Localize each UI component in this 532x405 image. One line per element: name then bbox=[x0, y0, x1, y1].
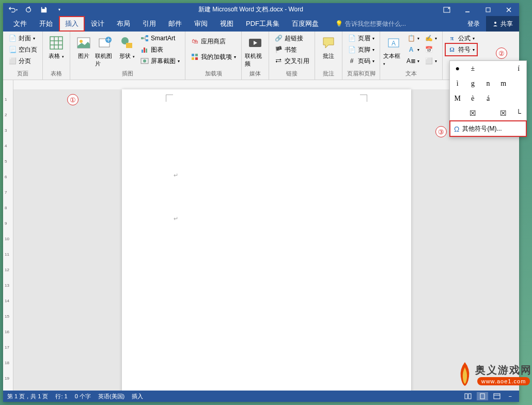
status-mode[interactable]: 插入 bbox=[132, 393, 143, 400]
svg-rect-3 bbox=[486, 8, 490, 12]
online-video-button[interactable]: 联机视频 bbox=[245, 33, 265, 68]
text-aux3[interactable]: A≣▾ bbox=[405, 55, 421, 67]
symbol-cell[interactable] bbox=[480, 61, 496, 76]
pagenum-button[interactable]: #页码▾ bbox=[346, 55, 377, 67]
print-layout-button[interactable] bbox=[477, 392, 488, 400]
ruler-tick: 1 bbox=[5, 97, 7, 102]
redo-button[interactable] bbox=[23, 5, 34, 15]
tell-me-search[interactable]: 💡 告诉我您想要做什么... bbox=[325, 20, 461, 28]
status-lang[interactable]: 英语(美国) bbox=[98, 393, 124, 400]
comment-button[interactable]: 批注 bbox=[318, 33, 339, 60]
text-aux4[interactable]: ✍▾ bbox=[423, 33, 439, 44]
tab-design[interactable]: 设计 bbox=[85, 16, 111, 32]
ribbon-tabs: 文件 开始 插入 设计 布局 引用 邮件 审阅 视图 PDF工具集 百度网盘 💡… bbox=[3, 16, 519, 32]
equation-button[interactable]: π公式▾ bbox=[446, 33, 477, 44]
symbol-cell[interactable] bbox=[496, 91, 511, 106]
symbol-cell[interactable]: n bbox=[480, 76, 496, 91]
svg-rect-18 bbox=[141, 37, 144, 39]
picture-button[interactable]: 图片 bbox=[73, 33, 94, 60]
shapes-button[interactable]: 形状 ▾ bbox=[117, 33, 137, 60]
text-aux6[interactable]: ⬜▾ bbox=[423, 55, 439, 67]
more-symbols-item[interactable]: Ω 其他符号(M)... bbox=[450, 121, 526, 136]
watermark: 奥义游戏网 www.aoe1.com bbox=[424, 359, 532, 390]
symbol-cell[interactable]: ì bbox=[450, 76, 465, 91]
omega-icon: Ω bbox=[454, 125, 459, 133]
ribbon-display-button[interactable] bbox=[436, 3, 457, 16]
textbox-button[interactable]: A文本框 ▾ bbox=[383, 33, 404, 66]
status-words[interactable]: 0 个字 bbox=[75, 393, 91, 400]
symbol-button[interactable]: Ω符号▾ bbox=[446, 44, 477, 55]
bookmark-button[interactable]: 🏴书签 bbox=[272, 44, 311, 55]
tab-references[interactable]: 引用 bbox=[136, 16, 162, 32]
tab-home[interactable]: 开始 bbox=[33, 16, 59, 32]
symbol-cell[interactable]: è bbox=[465, 91, 481, 106]
minimize-button[interactable] bbox=[457, 3, 478, 16]
symbol-cell[interactable]: ☒ bbox=[496, 106, 511, 121]
group-media: 联机视频 媒体 bbox=[242, 32, 269, 80]
online-picture-button[interactable]: 联机图片 bbox=[95, 33, 116, 68]
symbol-cell[interactable]: m bbox=[496, 76, 511, 91]
qat-customize[interactable]: ▾ bbox=[54, 5, 65, 15]
group-illustrations-label: 插图 bbox=[73, 70, 182, 79]
symbol-cell[interactable] bbox=[511, 91, 526, 106]
symbol-cell[interactable]: M bbox=[450, 91, 465, 106]
symbol-cell[interactable]: g bbox=[465, 76, 481, 91]
tab-baidu[interactable]: 百度网盘 bbox=[286, 16, 325, 32]
break-label: 分页 bbox=[19, 57, 31, 66]
bookmark-label: 书签 bbox=[285, 45, 297, 54]
web-layout-button[interactable] bbox=[491, 392, 503, 400]
screenshot-button[interactable]: 屏幕截图▾ bbox=[138, 55, 182, 67]
text-aux2[interactable]: A▾ bbox=[405, 44, 421, 55]
tab-insert[interactable]: 插入 bbox=[59, 16, 85, 32]
smartart-button[interactable]: SmartArt bbox=[138, 33, 182, 44]
tab-file[interactable]: 文件 bbox=[7, 16, 33, 32]
header-button[interactable]: 📄页眉▾ bbox=[346, 33, 377, 44]
symbol-cell[interactable] bbox=[511, 76, 526, 91]
tab-layout[interactable]: 布局 bbox=[111, 16, 136, 32]
blank-page-button[interactable]: 📃空白页 bbox=[6, 44, 39, 55]
symbol-cell[interactable] bbox=[480, 106, 496, 121]
status-page[interactable]: 第 1 页，共 1 页 bbox=[7, 393, 48, 400]
symbol-cell[interactable]: └ bbox=[511, 106, 526, 121]
save-button[interactable] bbox=[38, 5, 50, 15]
tab-pdf[interactable]: PDF工具集 bbox=[240, 16, 286, 32]
document-page[interactable]: ↵ ↵ bbox=[122, 89, 411, 391]
tab-review[interactable]: 审阅 bbox=[188, 16, 214, 32]
svg-rect-26 bbox=[192, 54, 194, 56]
symbol-cell[interactable] bbox=[450, 106, 465, 121]
symbol-cell[interactable]: ☒ bbox=[465, 106, 481, 121]
tab-view[interactable]: 视图 bbox=[214, 16, 240, 32]
symbol-cell[interactable]: ± bbox=[465, 61, 481, 76]
hyperlink-button[interactable]: 🔗超链接 bbox=[272, 33, 311, 44]
footer-button[interactable]: 📄页脚▾ bbox=[346, 44, 377, 55]
symbol-cell[interactable]: á bbox=[480, 91, 496, 106]
flame-icon bbox=[455, 361, 475, 387]
read-mode-button[interactable] bbox=[462, 392, 474, 400]
crossref-button[interactable]: ⮂交叉引用 bbox=[272, 55, 311, 67]
cover-page-button[interactable]: 📄封面▾ bbox=[6, 33, 39, 44]
text-aux5[interactable]: 📅 bbox=[423, 44, 439, 55]
cover-label: 封面 bbox=[19, 34, 31, 43]
maximize-button[interactable] bbox=[478, 3, 498, 16]
status-line[interactable]: 行: 1 bbox=[55, 393, 67, 400]
chart-button[interactable]: 图表 bbox=[138, 44, 182, 55]
tab-mailings[interactable]: 邮件 bbox=[162, 16, 188, 32]
page-break-button[interactable]: ⬜分页 bbox=[6, 55, 39, 67]
group-pages-label: 页面 bbox=[6, 70, 39, 79]
vertical-ruler[interactable]: 12345678910111213141516171819 bbox=[3, 80, 13, 391]
window-title: 新建 Microsoft Word 文档.docx - Word bbox=[65, 5, 436, 14]
store-button[interactable]: 🛍应用商店 bbox=[189, 36, 238, 47]
table-button[interactable]: 表格 ▾ bbox=[46, 33, 67, 60]
undo-button[interactable]: ▾ bbox=[7, 5, 19, 15]
share-button[interactable]: 共享 bbox=[486, 16, 519, 32]
symbol-cell[interactable] bbox=[496, 61, 511, 76]
symbol-cell[interactable]: ● bbox=[450, 61, 465, 76]
svg-rect-34 bbox=[468, 394, 471, 399]
my-addins-button[interactable]: 我的加载项▾ bbox=[189, 51, 238, 63]
text-aux1[interactable]: 📋▾ bbox=[405, 33, 421, 44]
login-link[interactable]: 登录 bbox=[461, 16, 486, 32]
close-button[interactable] bbox=[498, 3, 519, 16]
horizontal-ruler[interactable] bbox=[13, 80, 519, 89]
paragraph-mark: ↵ bbox=[174, 215, 178, 222]
symbol-cell[interactable]: í bbox=[511, 61, 526, 76]
